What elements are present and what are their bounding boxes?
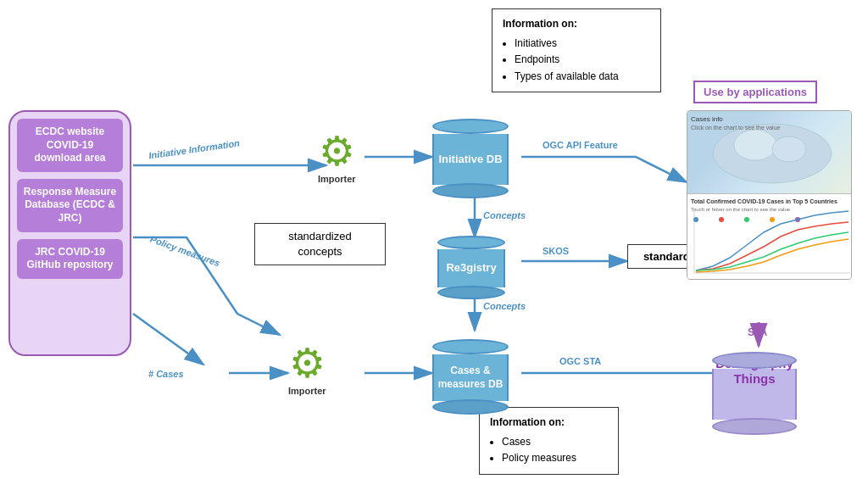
svg-point-7: [734, 130, 776, 160]
svg-text:Touch or hover on the chart to: Touch or hover on the chart to see the v…: [691, 207, 791, 212]
arrow-ogc-sta: OGC STA: [559, 356, 601, 366]
sta-arrow-label: STA: [748, 326, 767, 338]
info-item-policy: Policy measures: [502, 450, 608, 466]
importer-top-label: Importer: [318, 174, 356, 184]
arrow-policy-measures: Policy measures: [149, 234, 222, 269]
arrow-concepts-bottom: Concepts: [483, 301, 526, 311]
gear-icon-top: ⚙: [318, 131, 356, 172]
svg-point-15: [744, 217, 749, 222]
svg-text:Total Confirmed COVID-19 Cases: Total Confirmed COVID-19 Cases in Top 5 …: [691, 198, 837, 205]
info-box-top-list: Initiatives Endpoints Types of available…: [515, 36, 650, 85]
arrow-concepts-top: Concepts: [483, 210, 526, 220]
cases-db: Cases &measures DB: [432, 339, 509, 415]
arrow-cases: # Cases: [148, 369, 184, 379]
initiative-db-top: [432, 119, 509, 134]
info-item-cases: Cases: [502, 434, 608, 450]
importer-bottom: ⚙ Importer: [288, 343, 326, 396]
use-by-applications-box: Use by applications: [693, 81, 817, 103]
gear-icon-bottom: ⚙: [288, 343, 326, 384]
cases-db-bottom: [432, 399, 509, 415]
initiative-db-body: Initiative DB: [432, 134, 509, 185]
demography-db-top: [712, 352, 797, 369]
svg-text:Cases info: Cases info: [691, 115, 723, 123]
svg-point-14: [719, 217, 724, 222]
svg-text:Click on the chart to see the : Click on the chart to see the value: [691, 125, 781, 131]
cases-db-body: Cases &measures DB: [432, 354, 509, 401]
info-box-bottom-title: Information on:: [490, 415, 608, 431]
source-ecdc: ECDC website COVID-19 download area: [17, 119, 123, 172]
info-box-bottom: Information on: Cases Policy measures: [479, 407, 619, 475]
map-thumbnail: Cases info Click on the chart to see the…: [687, 111, 851, 194]
importer-top: ⚙ Importer: [318, 131, 356, 184]
standardized-concepts-box: standardized concepts: [254, 223, 386, 265]
data-sources-panel: ECDC website COVID-19 download area Resp…: [8, 110, 131, 356]
arrow-ogc-api: OGC API Feature: [542, 140, 618, 150]
re3gistry-bottom: [437, 286, 505, 299]
initiative-db-bottom: [432, 183, 509, 198]
info-box-bottom-list: Cases Policy measures: [502, 434, 608, 466]
source-response: Response Measure Database (ECDC & JRC): [17, 179, 123, 232]
chart-thumbnail: Total Confirmed COVID-19 Cases in Top 5 …: [687, 194, 851, 279]
arrow-skos: SKOS: [542, 246, 569, 256]
info-box-top: Information on: Initiatives Endpoints Ty…: [492, 8, 661, 92]
svg-point-8: [772, 136, 806, 162]
info-box-top-title: Information on:: [503, 16, 650, 32]
re3gistry-db: Re3gistry: [437, 236, 505, 299]
demography-db-bottom: [712, 418, 797, 435]
arrow-initiative-info: Initiative Information: [148, 138, 241, 161]
importer-bottom-label: Importer: [288, 386, 326, 396]
demography-db: [712, 352, 797, 435]
source-jrc: JRC COVID-19 GitHub repository: [17, 239, 123, 279]
cases-db-top: [432, 339, 509, 354]
re3gistry-body: Re3gistry: [437, 249, 505, 287]
info-item-1: Initiatives: [515, 36, 650, 52]
svg-point-16: [770, 217, 775, 222]
info-item-3: Types of available data: [515, 69, 650, 85]
initiative-db: Initiative DB: [432, 119, 509, 198]
app-screenshots-area: Cases info Click on the chart to see the…: [687, 110, 852, 280]
re3gistry-top: [437, 236, 505, 249]
info-item-2: Endpoints: [515, 52, 650, 68]
